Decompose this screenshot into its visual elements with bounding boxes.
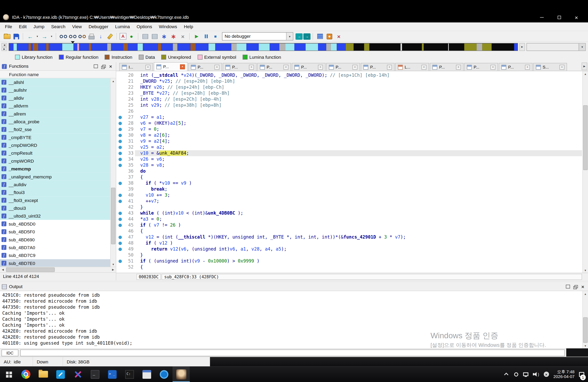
scroll-up-icon[interactable]: ▲: [111, 78, 116, 83]
code-line-38[interactable]: 38 if ( *v10 == v9 ): [116, 180, 582, 186]
function-row-_cmpBYTE[interactable]: f_cmpBYTE: [0, 134, 110, 141]
function-row-__alldvrm[interactable]: f__alldvrm: [0, 102, 110, 110]
idc-command-input[interactable]: [20, 349, 565, 356]
taskbar-terminal-icon[interactable]: [86, 366, 104, 382]
output-close-button[interactable]: ×: [579, 284, 586, 289]
tab-close-icon[interactable]: ×: [249, 65, 254, 69]
tab-close-icon[interactable]: ×: [525, 65, 530, 69]
scroll-thumb[interactable]: [583, 317, 588, 343]
function-row-sub_4BD5D0[interactable]: fsub_4BD5D0: [0, 220, 110, 228]
function-row-sub_4BD690[interactable]: fsub_4BD690: [0, 236, 110, 243]
breakpoint-dot[interactable]: [118, 217, 122, 221]
taskbar-cmd-icon[interactable]: [121, 366, 138, 382]
functions-hscrollbar[interactable]: ◀ ▶: [0, 267, 116, 272]
function-row-__allshl[interactable]: f__allshl: [0, 78, 110, 86]
mark-data-button-icon[interactable]: ∗: [160, 32, 168, 40]
breakpoint-gutter[interactable]: [116, 210, 124, 216]
breakpoint-gutter[interactable]: [116, 138, 124, 144]
minimize-button[interactable]: [533, 12, 550, 22]
tab-close-icon[interactable]: ×: [560, 65, 564, 69]
breakpoint-gutter[interactable]: [116, 168, 124, 174]
attach-process-button-icon[interactable]: [325, 32, 334, 40]
idc-tab-button[interactable]: IDC: [1, 349, 18, 356]
function-row-__alldiv[interactable]: f__alldiv: [0, 94, 110, 102]
tab-8-lumina[interactable]: L...×: [395, 63, 429, 71]
breakpoint-gutter[interactable]: [116, 264, 124, 270]
breakpoint-dot[interactable]: [118, 223, 122, 227]
scroll-down-icon[interactable]: ▼: [111, 262, 116, 267]
undefine-button-icon[interactable]: ×: [179, 32, 187, 40]
breakpoint-dot[interactable]: [118, 211, 122, 215]
code-line-23[interactable]: 23_BYTE *v27; // [esp+28h] [ebp-8h]: [116, 90, 582, 96]
scroll-thumb[interactable]: [111, 188, 116, 244]
breakpoint-gutter[interactable]: [116, 78, 124, 84]
tab-close-icon[interactable]: ×: [284, 65, 288, 69]
code-line-48[interactable]: 48 if ( v12 ): [116, 240, 582, 246]
breakpoint-gutter[interactable]: [116, 84, 124, 90]
tab-6-pseudo[interactable]: P...×: [326, 63, 360, 71]
breakpoint-gutter[interactable]: [116, 174, 124, 180]
tab-10-pseudo[interactable]: P...×: [464, 63, 498, 71]
breakpoint-dot[interactable]: [118, 128, 122, 131]
tab-close-icon[interactable]: ×: [387, 65, 392, 69]
tab-close-icon[interactable]: ×: [421, 65, 426, 69]
breakpoint-gutter[interactable]: [116, 120, 124, 126]
function-row-sub_4BD7E0[interactable]: fsub_4BD7E0: [0, 259, 110, 267]
breakpoint-gutter[interactable]: [116, 150, 124, 156]
menu-edit[interactable]: Edit: [16, 23, 30, 30]
code-line-35[interactable]: 35v28 = v8;: [116, 162, 582, 168]
breakpoint-dot[interactable]: [118, 259, 122, 263]
menu-options[interactable]: Options: [133, 23, 155, 30]
breakpoint-gutter[interactable]: [116, 234, 124, 240]
breakpoint-dot[interactable]: [118, 139, 122, 143]
action-center-icon[interactable]: 1: [579, 370, 584, 378]
functions-close-button[interactable]: ×: [107, 63, 114, 69]
function-row-_memcmp[interactable]: f_memcmp: [0, 165, 110, 173]
search-text-button-icon[interactable]: [68, 32, 77, 40]
tab-9-pseudo[interactable]: P...×: [430, 63, 463, 71]
function-row-__ftol3_except[interactable]: f__ftol3_except: [0, 196, 110, 204]
breakpoint-button-icon[interactable]: ×: [335, 32, 343, 40]
breakpoint-dot[interactable]: [118, 157, 122, 161]
tray-mute-icon[interactable]: ×: [544, 370, 549, 378]
close-button[interactable]: ×: [568, 12, 585, 22]
debug-stop-button-icon[interactable]: ■: [211, 32, 220, 40]
output-log[interactable]: 4291C0: restored pseudocode from idb4473…: [0, 291, 588, 348]
maximize-button[interactable]: [551, 12, 568, 22]
open-debug-view-button-icon[interactable]: [316, 32, 324, 40]
breakpoint-gutter[interactable]: [116, 198, 124, 204]
function-row-sub_4BD5F0[interactable]: fsub_4BD5F0: [0, 228, 110, 236]
navband-band[interactable]: [9, 43, 518, 51]
menu-debugger[interactable]: Debugger: [85, 23, 112, 30]
tab-close-icon[interactable]: ×: [353, 65, 357, 69]
functions-panel-header[interactable]: f Functions ×: [0, 62, 116, 71]
tab-close-icon[interactable]: ×: [215, 65, 219, 69]
output-float-button[interactable]: [572, 284, 579, 289]
pseudocode-vscrollbar[interactable]: ▲ ▼: [582, 71, 588, 273]
code-line-25[interactable]: 25int v29; // [esp+38h] [ebp+8h]: [116, 102, 582, 108]
breakpoint-gutter[interactable]: [116, 126, 124, 132]
jump-back-dropdown-icon[interactable]: ▼: [35, 32, 39, 40]
scroll-up-icon[interactable]: ▲: [583, 291, 588, 296]
code-line-40[interactable]: 40 v10 += 3;: [116, 192, 582, 198]
code-line-31[interactable]: 31v9 = a2[4];: [116, 138, 582, 144]
function-row-__ftoui3[interactable]: f__ftoui3: [0, 188, 110, 196]
taskbar-search-tool-icon[interactable]: [155, 366, 172, 382]
step-over-button-icon[interactable]: →: [303, 33, 311, 39]
function-row-_cmpResult[interactable]: f_cmpResult: [0, 149, 110, 157]
functions-float-button[interactable]: [100, 63, 106, 69]
save-button-icon[interactable]: [12, 32, 21, 40]
scroll-thumb[interactable]: [6, 267, 55, 272]
code-line-34[interactable]: 34v26 = v6;: [116, 156, 582, 162]
scroll-down-icon[interactable]: ▼: [583, 343, 588, 348]
breakpoint-gutter[interactable]: [116, 162, 124, 168]
breakpoint-gutter[interactable]: [116, 114, 124, 120]
function-row-__allrem[interactable]: f__allrem: [0, 110, 110, 117]
breakpoint-gutter[interactable]: [116, 132, 124, 138]
breakpoint-gutter[interactable]: [116, 156, 124, 162]
tab-12-strings[interactable]: S...×: [533, 63, 567, 71]
function-row-__alloca_probe[interactable]: f__alloca_probe: [0, 118, 110, 125]
breakpoint-dot[interactable]: [118, 134, 122, 137]
navband-pan-right-button[interactable]: ▶: [519, 43, 525, 51]
code-line-43[interactable]: 43while ( (int)v10 < (int)&unk_4DB0BC );: [116, 210, 582, 216]
